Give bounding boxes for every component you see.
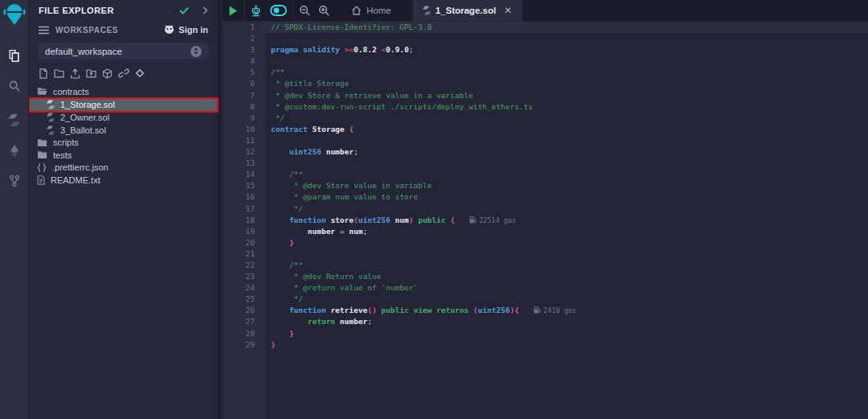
line-number: 26	[223, 305, 265, 316]
gas-estimate-badge: 22514 gas	[469, 216, 516, 224]
line-number: 18	[223, 215, 265, 226]
tree-item-tests[interactable]: tests	[29, 149, 218, 162]
new-folder-icon[interactable]	[54, 68, 64, 79]
file-name: README.txt	[51, 175, 100, 185]
line-number: 25	[223, 294, 265, 305]
editor-area: Home1_Storage.sol✕ 123456789101112131415…	[223, 0, 868, 419]
line-number: 28	[223, 328, 265, 339]
line-number: 14	[223, 169, 265, 180]
tree-item-readme-txt[interactable]: README.txt	[29, 174, 218, 187]
sign-in-button[interactable]: Sign in	[164, 25, 208, 35]
search-icon[interactable]	[0, 71, 29, 101]
folder-icon	[37, 138, 47, 147]
code-line-23: * @dev Return value	[271, 271, 868, 282]
solidity-icon	[47, 125, 55, 135]
code-line-6: * @title Storage	[271, 78, 868, 89]
tree-item-scripts[interactable]: scripts	[29, 137, 218, 150]
tab-1-storage-sol[interactable]: 1_Storage.sol✕	[412, 0, 522, 21]
line-number: 27	[223, 316, 265, 327]
solidity-icon	[423, 6, 431, 15]
line-number: 17	[223, 203, 265, 215]
folder-open-icon	[37, 87, 47, 96]
solidity-icon	[47, 113, 55, 122]
code-line-25: */	[271, 294, 868, 305]
line-number: 1	[223, 22, 265, 33]
tree-item-1-storage-sol[interactable]: 1_Storage.sol	[29, 98, 218, 112]
solidity-compiler-icon[interactable]	[0, 105, 29, 135]
line-number: 10	[223, 124, 265, 135]
file-actions-toolbar	[29, 60, 218, 81]
close-tab-icon[interactable]: ✕	[504, 5, 512, 16]
tree-item--prettierrc-json[interactable]: .prettierrc.json	[29, 162, 218, 175]
code-line-18: function store(uint256 num) public {2251…	[271, 215, 868, 226]
code-line-22: /**	[271, 260, 868, 271]
line-number: 19	[223, 226, 265, 237]
tree-item-2-owner-sol[interactable]: 2_Owner.sol	[29, 112, 218, 125]
file-name: 2_Owner.sol	[60, 113, 109, 122]
diamond-icon[interactable]	[135, 68, 145, 79]
file-tree: contracts1_Storage.sol2_Owner.sol3_Ballo…	[29, 85, 218, 187]
tabs-container: Home1_Storage.sol✕	[335, 0, 522, 21]
line-number: 24	[223, 282, 265, 294]
code-line-14: /**	[271, 169, 868, 180]
deploy-run-icon[interactable]	[0, 135, 29, 166]
ai-assistant-icon[interactable]	[250, 5, 262, 17]
new-file-icon[interactable]	[39, 68, 48, 79]
workspace-name: default_workspace	[45, 47, 122, 56]
zoom-out-icon[interactable]	[299, 5, 310, 16]
code-editor[interactable]: 1234567891011121314151617181920212223242…	[223, 21, 868, 419]
file-explorer-panel: FILE EXPLORER WORKSPACES Sign in default…	[29, 0, 220, 419]
file-name: 3_Ballot.sol	[60, 125, 106, 135]
line-number: 23	[223, 271, 265, 282]
code-line-4	[271, 55, 868, 67]
file-explorer-icon[interactable]	[0, 40, 29, 71]
tree-item-contracts[interactable]: contracts	[29, 85, 218, 98]
upload-file-icon[interactable]	[70, 68, 80, 79]
remix-logo-icon[interactable]	[2, 3, 27, 29]
code-line-5: /**	[271, 67, 868, 78]
panel-title: FILE EXPLORER	[39, 6, 179, 15]
line-number: 7	[223, 90, 265, 101]
cube-icon[interactable]	[102, 68, 113, 79]
line-number: 11	[223, 135, 265, 146]
code-line-17: */	[271, 203, 868, 215]
file-name: scripts	[53, 138, 79, 147]
workspaces-label: WORKSPACES	[55, 26, 158, 35]
hamburger-menu-icon[interactable]	[39, 26, 49, 35]
run-script-button[interactable]	[228, 6, 238, 16]
line-number: 12	[223, 146, 265, 158]
file-name: 1_Storage.sol	[60, 100, 115, 109]
chevron-right-icon[interactable]	[202, 3, 208, 18]
code-line-11	[271, 135, 868, 146]
braces-icon	[37, 163, 47, 172]
file-name: contracts	[53, 87, 89, 97]
code-line-16: * @param num value to store	[271, 191, 868, 203]
link-icon[interactable]	[118, 68, 129, 79]
line-number: 4	[223, 55, 265, 67]
line-number: 2	[223, 33, 265, 44]
workspaces-row: WORKSPACES Sign in	[29, 21, 218, 39]
tree-item-3-ballot-sol[interactable]: 3_Ballot.sol	[29, 124, 218, 137]
activity-bar	[0, 0, 29, 419]
ai-toggle-icon[interactable]	[270, 5, 287, 16]
code-line-19: number = num;	[271, 226, 868, 237]
gas-estimate-badge: 2410 gas	[534, 306, 576, 314]
file-explorer-header: FILE EXPLORER	[29, 0, 218, 21]
github-icon	[164, 25, 174, 35]
code-line-24: * @return value of 'number'	[271, 282, 868, 294]
code-line-12: uint256 number;	[271, 146, 868, 158]
code-line-2	[271, 33, 868, 44]
zoom-in-icon[interactable]	[318, 5, 330, 16]
workspace-sort-icon	[190, 46, 202, 57]
workspace-selector[interactable]: default_workspace	[39, 43, 208, 60]
code-line-7: * @dev Store & retrieve value in a varia…	[271, 90, 868, 101]
line-number: 13	[223, 158, 265, 169]
file-icon	[37, 175, 45, 185]
line-number: 8	[223, 101, 265, 113]
line-number: 16	[223, 191, 265, 203]
upload-folder-icon[interactable]	[86, 68, 96, 79]
plugin-manager-icon[interactable]	[0, 166, 29, 196]
line-number: 21	[223, 249, 265, 260]
tab-home[interactable]: Home	[342, 0, 401, 21]
code-line-28: }	[271, 328, 868, 339]
